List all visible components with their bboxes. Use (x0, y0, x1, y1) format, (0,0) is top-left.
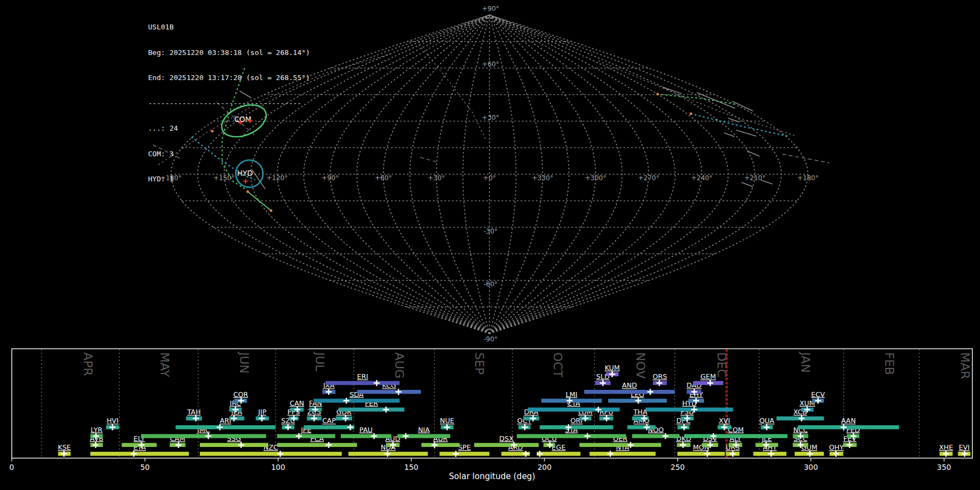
peak-marker-QUA (764, 424, 770, 430)
fov-boundary-1 (419, 45, 486, 140)
shower-label-SPE: SPE (458, 443, 470, 451)
peak-marker-ETA (131, 451, 137, 457)
shower-label-LYR: LYR (91, 426, 103, 434)
pole-label-south: -90° (483, 335, 498, 343)
peak-marker-ARI (217, 424, 223, 430)
meteor-trail-sporadic-3 (728, 118, 739, 122)
lon-label-5: +30° (428, 174, 445, 182)
x-tick-label-250: 250 (671, 463, 685, 471)
lon-label-4: +60° (375, 174, 391, 182)
observation-header: USL01B Beg: 20251220 03:38:18 (sol = 268… (148, 6, 310, 192)
peak-marker-KUM (609, 371, 615, 377)
peak-marker-MON (705, 451, 710, 457)
shower-label-NUE: NUE (440, 416, 454, 425)
meteor-station-summary-screen: { "header": { "station": "USL01B", "beg"… (0, 0, 980, 490)
shower-label-XHE: XHE (939, 443, 953, 451)
peak-marker-NZC (277, 451, 283, 457)
month-label-OCT: OCT (551, 352, 565, 378)
peak-marker-ARD (523, 451, 529, 457)
shower-label-CAN: CAN (290, 399, 304, 407)
shower-bar-CTA (528, 408, 620, 412)
peak-marker-KCG (396, 389, 402, 395)
month-label-AUG: AUG (393, 352, 406, 378)
shower-label-EVI: EVI (959, 443, 970, 451)
shower-label-AND: AND (622, 381, 637, 389)
station-id: USL01B (148, 23, 310, 32)
peak-marker-NDA (384, 451, 390, 457)
peak-marker-AAN (841, 424, 847, 430)
shower-bar-AAN (798, 425, 899, 429)
peak-marker-EVI (961, 451, 967, 457)
peak-marker-GEM (707, 380, 713, 386)
shower-label-HVI: HVI (107, 416, 119, 425)
shower-label-PAU: PAU (359, 426, 372, 434)
count-sporadic: ...: 24 (148, 124, 310, 133)
month-label-JUL: JUL (313, 351, 327, 372)
month-label-NOV: NOV (634, 352, 647, 378)
fov-boundary-2 (599, 61, 797, 136)
peak-marker-ORS (656, 380, 662, 386)
begin-time: Beg: 20251220 03:38:18 (sol = 268.14°) (148, 48, 310, 57)
peak-marker-GUM (807, 451, 813, 457)
dashed-track-1 (782, 154, 829, 163)
shower-bar-PAU (341, 434, 391, 438)
peak-marker-AHY (768, 451, 774, 457)
peak-marker-FEV (847, 442, 853, 448)
x-axis-title: Solar longitude (deg) (449, 471, 535, 481)
shower-label-QUA: QUA (759, 416, 775, 425)
meteor-endpoint-dot-3 (690, 113, 693, 115)
shower-label-COR: COR (233, 390, 248, 399)
shower-bar-COM (684, 434, 787, 438)
peak-marker-NIA (403, 433, 409, 439)
peak-marker-SPE (453, 451, 459, 457)
lon-label-7: +330° (532, 174, 553, 182)
shower-label-NIA: NIA (418, 426, 430, 434)
meteor-trail-sporadic-6 (747, 151, 759, 156)
month-label-DEC: DEC (715, 352, 728, 377)
lon-label-3: +90° (322, 174, 339, 182)
count-com: COM: 3 (148, 150, 310, 158)
peak-marker-XCB (799, 415, 805, 421)
shower-bar-NOO (632, 434, 679, 438)
peak-marker-XHE (943, 451, 949, 457)
peak-marker-JEA (231, 415, 237, 421)
peak-marker-ECV (815, 398, 821, 404)
shower-bar-AUR (421, 443, 460, 447)
shower-bar-ERI (326, 381, 400, 385)
peak-marker-SZC (285, 424, 291, 430)
shower-bar-SSG (200, 443, 268, 447)
meteor-endpoint-dot-2 (657, 93, 659, 96)
shower-label-KUM: KUM (605, 364, 620, 372)
shower-bar-JMC (141, 434, 266, 438)
shower-bar-PCA (277, 443, 357, 447)
peak-marker-STA (584, 433, 590, 439)
peak-marker-AUR (432, 442, 438, 448)
peak-marker-NUE (444, 424, 450, 430)
x-tick-label-100: 100 (271, 463, 285, 471)
lon-label-10: +240° (691, 174, 713, 182)
shower-label-LMI: LMI (566, 390, 577, 399)
shower-bar-NTA (590, 452, 656, 456)
count-hyd: HYD: 1 (148, 175, 310, 183)
shower-bar-JPE (277, 434, 335, 438)
peak-marker-NOO (663, 433, 669, 439)
shower-bar-ORI (540, 425, 613, 429)
shower-bar-ETA (90, 452, 189, 456)
meteor-figure: +90°-90°+60°+30°-30°-60°+180°+150°+120°+… (0, 0, 980, 490)
peak-marker-SDA (344, 398, 350, 404)
shower-label-ERI: ERI (357, 372, 368, 381)
peak-marker-EGE (537, 451, 543, 457)
shower-bar-AND (584, 390, 675, 394)
meteor-trail-sporadic-8 (742, 182, 753, 187)
month-label-JAN: JAN (799, 351, 812, 373)
shower-bar-OER (579, 443, 661, 447)
month-label-MAY: MAY (158, 352, 171, 377)
month-label-FEB: FEB (883, 352, 896, 375)
shower-label-OHY: OHY (829, 443, 844, 451)
shower-bar-AMO (627, 425, 656, 429)
peak-marker-ERI (373, 380, 379, 386)
meteor-trail-sporadic-2 (732, 101, 753, 111)
x-tick-label-200: 200 (537, 463, 552, 471)
x-tick-label-300: 300 (804, 463, 818, 471)
peak-marker-CAP (347, 424, 353, 430)
